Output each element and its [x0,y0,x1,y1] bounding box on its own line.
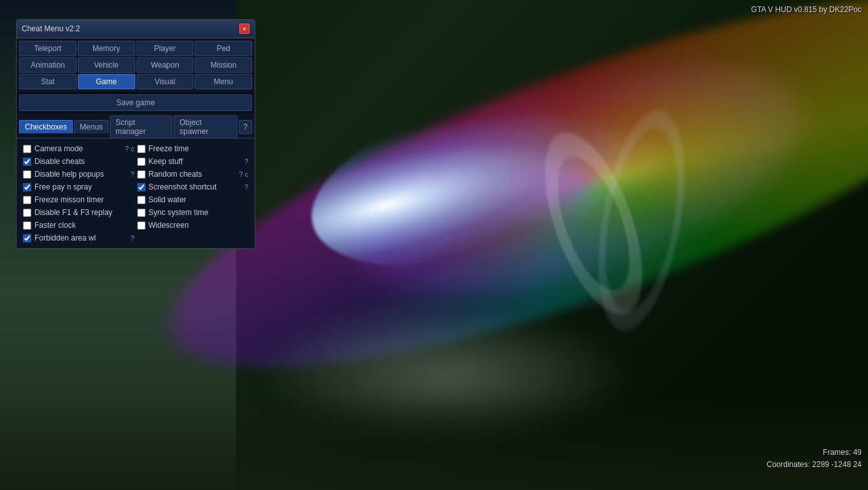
checkbox-forbidden-area-label[interactable]: Forbidden area wl [34,234,127,242]
checkbox-disable-cheats: Disable cheats [22,155,136,168]
content-area: Camera mode ? c Disable cheats Disable h… [17,138,255,248]
close-button[interactable]: × [239,24,250,34]
cheat-menu-panel: Cheat Menu v2.2 × Teleport Memory Player… [16,19,255,249]
tab-checkboxes[interactable]: Checkboxes [19,120,73,133]
nav-btn-visual[interactable]: Visual [137,74,194,89]
checkbox-camera-mode-input[interactable] [23,145,31,153]
nav-btn-teleport[interactable]: Teleport [19,41,77,56]
checkbox-disable-cheats-label[interactable]: Disable cheats [34,157,135,166]
checkbox-keep-stuff-input[interactable] [137,158,146,166]
checkbox-disable-cheats-input[interactable] [23,158,31,166]
checkbox-screenshot-shortcut: Screenshot shortcut ? [136,181,250,193]
frames-counter: Frames: 49 [767,447,862,459]
right-column: Freeze time Keep stuff ? Random cheats ?… [136,142,250,244]
checkbox-camera-mode-label[interactable]: Camera mode [34,144,122,153]
checkbox-widescreen: Widescreen [136,219,250,232]
checkbox-random-cheats-input[interactable] [137,170,146,179]
random-cheats-help[interactable]: ? c [239,170,248,178]
tab-object-spawner[interactable]: Object spawner [174,115,237,138]
checkbox-forbidden-area-input[interactable] [23,234,31,242]
checkbox-solid-water-label[interactable]: Solid water [149,195,249,204]
checkboxes-grid: Camera mode ? c Disable cheats Disable h… [22,142,250,244]
checkbox-keep-stuff-label[interactable]: Keep stuff [149,157,241,166]
tab-more[interactable]: ? [239,120,252,134]
checkbox-disable-f1-f3-label[interactable]: Disable F1 & F3 replay [34,208,135,217]
checkbox-disable-help-input[interactable] [23,170,31,179]
nav-btn-animation[interactable]: Animation [19,57,77,73]
checkbox-free-pay-spray-input[interactable] [23,183,31,191]
save-game-button[interactable]: Save game [19,94,252,111]
checkbox-sync-system-time: Sync system time [136,206,250,219]
checkbox-freeze-mission: Freeze misson timer [22,193,136,206]
panel-titlebar: Cheat Menu v2.2 × [17,20,255,38]
nav-btn-player[interactable]: Player [137,41,194,56]
checkbox-widescreen-input[interactable] [137,221,146,230]
checkbox-screenshot-shortcut-label[interactable]: Screenshot shortcut [149,182,241,191]
hud-version: GTA V HUD v0.815 by DK22Poc [751,5,862,14]
nav-grid: Teleport Memory Player Ped Animation Veh… [17,38,255,92]
nav-btn-stat[interactable]: Stat [19,74,77,89]
left-column: Camera mode ? c Disable cheats Disable h… [22,142,136,244]
checkbox-freeze-time-input[interactable] [137,145,146,153]
checkbox-faster-clock-label[interactable]: Faster clock [34,221,135,230]
checkbox-forbidden-area: Forbidden area wl ? [22,232,136,244]
keep-stuff-help[interactable]: ? [244,158,248,165]
checkbox-faster-clock: Faster clock [22,219,136,232]
forbidden-area-help[interactable]: ? [130,234,134,242]
checkbox-sync-system-time-label[interactable]: Sync system time [149,208,249,217]
checkbox-keep-stuff: Keep stuff ? [136,155,250,168]
checkbox-disable-help-label[interactable]: Disable help popups [34,170,127,179]
tab-menus[interactable]: Menus [74,120,108,133]
checkbox-sync-system-time-input[interactable] [137,209,146,217]
checkbox-random-cheats: Random cheats ? c [136,168,250,181]
nav-btn-menu[interactable]: Menu [195,74,252,89]
nav-btn-game[interactable]: Game [78,74,135,89]
nav-btn-ped[interactable]: Ped [195,41,252,56]
panel-title: Cheat Menu v2.2 [22,24,80,33]
checkbox-solid-water: Solid water [136,193,250,206]
coordinates-display: Coordinates: 2289 -1248 24 [767,459,862,471]
nav-btn-mission[interactable]: Mission [195,57,252,73]
checkbox-disable-f1-f3: Disable F1 & F3 replay [22,206,136,219]
checkbox-disable-help-popups: Disable help popups ? [22,168,136,181]
disable-help-help[interactable]: ? [130,170,134,178]
checkbox-free-pay-spray-label[interactable]: Free pay n spray [34,182,135,191]
checkbox-solid-water-input[interactable] [137,196,146,204]
checkbox-screenshot-shortcut-input[interactable] [137,183,146,191]
hud-coords: Frames: 49 Coordinates: 2289 -1248 24 [767,447,862,471]
screenshot-shortcut-help[interactable]: ? [244,183,248,191]
checkbox-free-pay-spray: Free pay n spray [22,181,136,193]
checkbox-random-cheats-label[interactable]: Random cheats [149,170,236,179]
checkbox-faster-clock-input[interactable] [23,221,31,230]
checkbox-disable-f1-f3-input[interactable] [23,209,31,217]
nav-btn-weapon[interactable]: Weapon [137,57,194,73]
checkbox-freeze-time-label[interactable]: Freeze time [149,144,249,153]
checkbox-widescreen-label[interactable]: Widescreen [149,221,249,230]
nav-btn-vehicle[interactable]: Vehicle [78,57,135,73]
camera-mode-help[interactable]: ? c [125,145,135,152]
tab-script-manager[interactable]: Script manager [110,115,172,138]
nav-btn-memory[interactable]: Memory [78,41,135,56]
checkbox-freeze-mission-input[interactable] [23,196,31,204]
checkbox-freeze-time: Freeze time [136,142,250,155]
tab-bar: Checkboxes Menus Script manager Object s… [17,114,255,138]
checkbox-freeze-mission-label[interactable]: Freeze misson timer [34,195,135,204]
checkbox-camera-mode: Camera mode ? c [22,142,136,155]
